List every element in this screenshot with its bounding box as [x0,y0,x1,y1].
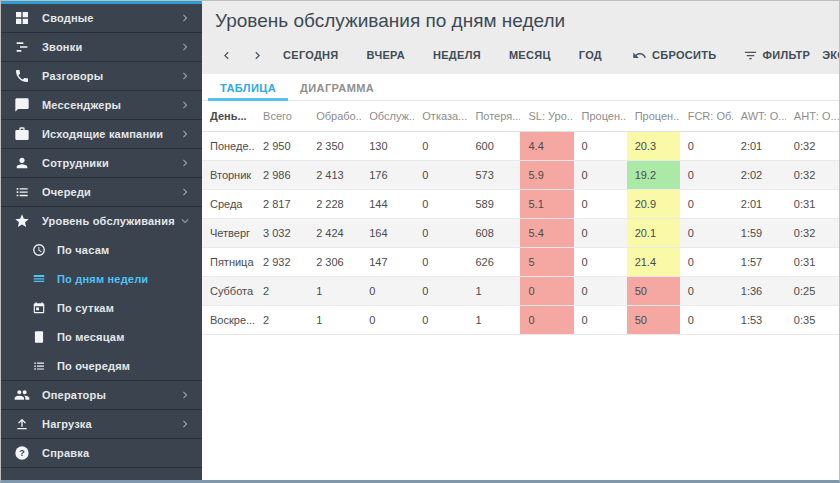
cell-6-2: 1 [308,305,361,334]
sidebar-item-po-sutkam[interactable]: По суткам [1,293,202,322]
cell-1-9: 0 [680,160,733,189]
sidebar-item-label: По суткам [57,302,192,314]
column-header-5[interactable]: Потеря... [467,101,520,131]
sidebar-item-messendzhery[interactable]: Мессенджеры [1,91,202,119]
prev-period-button[interactable] [215,44,238,67]
chevron-right-icon [178,156,192,170]
sidebar-group-svodnye: Сводные [1,4,202,33]
column-header-0[interactable]: День...↑ [202,101,255,131]
sidebar-item-sotrudniki[interactable]: Сотрудники [1,149,202,177]
table-wrap: День...↑ВсегоОбрабо...Обслуж...Отказа...… [202,101,839,480]
tab-0[interactable]: ТАБЛИЦА [208,74,288,100]
sidebar-item-svodnye[interactable]: Сводные [1,4,202,32]
cell-4-5: 626 [467,247,520,276]
calendar-icon [32,300,46,316]
cell-3-6: 5.4 [520,218,573,247]
briefcase-icon [14,126,30,142]
cell-4-11: 0:31 [786,247,839,276]
cell-0-2: 2 350 [308,131,361,160]
cell-4-9: 0 [680,247,733,276]
sidebar-item-label: Операторы [42,389,178,401]
chevron-right-icon [178,185,192,199]
cell-6-9: 0 [680,305,733,334]
cell-0-7: 0 [574,131,627,160]
tab-1[interactable]: ДИАГРАММА [288,74,386,100]
sidebar-item-po-ocheredyam[interactable]: По очередям [1,351,202,380]
filter-button[interactable]: ФИЛЬТР [737,44,817,67]
sidebar-item-po-dnyam-nedeli[interactable]: По дням недели [1,264,202,293]
sidebar-item-label: Сотрудники [42,157,178,169]
chevron-down-icon [178,214,192,228]
sidebar-item-po-chasam[interactable]: По часам [1,235,202,264]
sidebar-group-spravka: ?Справка [1,439,202,468]
cell-4-0: Пятница [202,247,255,276]
cell-0-5: 600 [467,131,520,160]
column-header-4[interactable]: Отказа... [414,101,467,131]
help-icon: ? [14,445,30,461]
cell-2-2: 2 228 [308,189,361,218]
cell-4-4: 0 [414,247,467,276]
range-button-1[interactable]: ВЧЕРА [361,45,411,65]
sidebar-item-spravka[interactable]: ?Справка [1,439,202,467]
cell-4-6: 5 [520,247,573,276]
sidebar-item-nagruzka[interactable]: Нагрузка [1,410,202,438]
range-button-2[interactable]: НЕДЕЛЯ [427,45,487,65]
export-button-label: ЭКСПОРТ ТАБЛИЦЫ [822,49,840,61]
sidebar-item-uroven-obsluzhivaniya[interactable]: Уровень обслуживания [1,207,202,235]
sidebar-group-uroven-obsluzhivaniya: Уровень обслуживанияПо часамПо дням неде… [1,207,202,381]
sidebar-item-zvonki[interactable]: Звонки [1,33,202,61]
cell-3-4: 0 [414,218,467,247]
table-row-0: Понеде...2 9502 35013006004.4020.302:010… [202,131,839,160]
cell-5-11: 0:25 [786,276,839,305]
cell-6-1: 2 [255,305,308,334]
range-button-3[interactable]: МЕСЯЦ [503,45,557,65]
cell-6-10: 1:53 [733,305,786,334]
sidebar-item-po-mesyatsam[interactable]: По месяцам [1,322,202,351]
column-header-8[interactable]: Процен... [627,101,680,131]
filter-icon [743,48,758,63]
cell-0-9: 0 [680,131,733,160]
column-header-7[interactable]: Процен... [574,101,627,131]
sidebar-item-label: По очередям [57,360,192,372]
column-header-9[interactable]: FCR: Об... [680,101,733,131]
cell-3-0: Четверг [202,218,255,247]
range-button-4[interactable]: ГОД [573,45,608,65]
cell-3-8: 20.1 [627,218,680,247]
upload-icon [14,416,30,432]
sidebar-item-razgovory[interactable]: Разговоры [1,62,202,90]
sidebar-submenu-uroven-obsluzhivaniya: По часамПо дням неделиПо суткамПо месяца… [1,235,202,380]
column-header-1[interactable]: Всего [255,101,308,131]
grid-icon [14,10,30,26]
sidebar-nav: СводныеЗвонкиРазговорыМессенджерыИсходящ… [1,4,202,468]
sidebar-item-label: Справка [42,447,192,459]
column-header-11[interactable]: АНТ: O... [786,101,839,131]
filter-button-label: ФИЛЬТР [763,49,811,61]
view-tabs: ТАБЛИЦАДИАГРАММА [202,74,839,101]
chevron-right-icon [178,417,192,431]
column-header-2[interactable]: Обрабо... [308,101,361,131]
sidebar-item-operatory[interactable]: Операторы [1,381,202,409]
chat-icon [14,97,30,113]
cell-0-1: 2 950 [255,131,308,160]
sidebar-item-label: Разговоры [42,70,178,82]
phone-icon [14,68,30,84]
next-period-button[interactable] [246,44,269,67]
calls-icon [14,39,30,55]
sidebar-item-label: Мессенджеры [42,99,178,111]
reset-button[interactable]: СБРОСИТЬ [626,44,722,67]
sidebar-item-iskhodyashchie-kampanii[interactable]: Исходящие кампании [1,120,202,148]
sidebar-item-ocheredi[interactable]: Очереди [1,178,202,206]
export-table-button[interactable]: ЭКСПОРТ ТАБЛИЦЫ [816,45,840,65]
chevron-right-icon [178,388,192,402]
cell-2-5: 589 [467,189,520,218]
cell-4-10: 1:57 [733,247,786,276]
column-header-10[interactable]: AWT: O... [733,101,786,131]
cell-5-3: 0 [361,276,414,305]
column-header-3[interactable]: Обслуж... [361,101,414,131]
range-button-0[interactable]: СЕГОДНЯ [277,45,345,65]
sidebar-group-razgovory: Разговоры [1,62,202,91]
sidebar-item-label: Уровень обслуживания [42,215,178,227]
cell-6-5: 1 [467,305,520,334]
table-row-5: Суббота21001005001:360:25 [202,276,839,305]
column-header-6[interactable]: SL: Уро... [520,101,573,131]
